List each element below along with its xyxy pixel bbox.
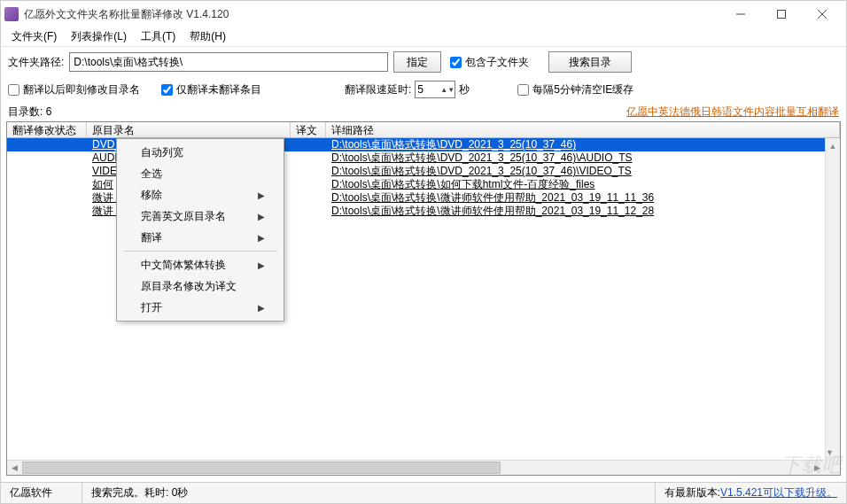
submenu-arrow-icon: ▶ bbox=[258, 233, 265, 243]
menu-item-label: 中文简体繁体转换 bbox=[141, 258, 226, 273]
cell-translation bbox=[291, 191, 326, 205]
menu-item-label: 翻译 bbox=[141, 230, 162, 245]
col-translation[interactable]: 译文 bbox=[291, 122, 326, 137]
only-untranslated-checkbox[interactable] bbox=[161, 84, 173, 96]
cell-status bbox=[7, 151, 87, 165]
scroll-right-icon[interactable]: ▶ bbox=[810, 461, 825, 475]
modify-after-label: 翻译以后即刻修改目录名 bbox=[23, 82, 140, 97]
cell-path: D:\tools\桌面\格式转换\DVD_2021_3_25(10_37_46) bbox=[326, 138, 840, 151]
cell-translation bbox=[291, 151, 326, 165]
menu-item-label: 移除 bbox=[141, 188, 162, 203]
menu-tools[interactable]: 工具(T) bbox=[134, 27, 183, 46]
delay-value: 5 bbox=[417, 83, 424, 96]
status-right: 有最新版本: V1.5.421可以下载升级。 bbox=[655, 483, 846, 503]
context-menu-item[interactable]: 打开▶ bbox=[120, 297, 281, 318]
context-menu-item[interactable]: 完善英文原目录名▶ bbox=[120, 205, 281, 227]
scroll-left-icon[interactable]: ◀ bbox=[7, 461, 22, 475]
cell-status bbox=[7, 178, 87, 191]
context-menu-item[interactable]: 原目录名修改为译文 bbox=[120, 275, 281, 297]
only-untranslated-label: 仅翻译未翻译条目 bbox=[176, 82, 261, 97]
menubar: 文件夹(F) 列表操作(L) 工具(T) 帮助(H) bbox=[1, 27, 846, 47]
modify-after-checkbox[interactable] bbox=[8, 84, 19, 96]
delay-spinner[interactable]: 5 ▲▼ bbox=[415, 81, 455, 98]
minimize-button[interactable] bbox=[720, 1, 761, 27]
dir-count-label: 目录数: bbox=[8, 105, 43, 118]
path-input[interactable] bbox=[69, 52, 388, 72]
menu-item-label: 完善英文原目录名 bbox=[141, 209, 226, 224]
col-status[interactable]: 翻译修改状态 bbox=[7, 122, 87, 137]
menu-item-label: 原目录名修改为译文 bbox=[141, 279, 237, 294]
clear-ie-checkbox[interactable] bbox=[517, 84, 529, 96]
cell-translation bbox=[291, 178, 326, 191]
menu-list[interactable]: 列表操作(L) bbox=[64, 27, 134, 46]
delay-unit: 秒 bbox=[459, 82, 470, 97]
cell-status bbox=[7, 138, 87, 151]
scroll-corner bbox=[825, 460, 840, 475]
dir-count-value: 6 bbox=[46, 105, 52, 118]
vertical-scrollbar[interactable]: ▲ ▼ bbox=[825, 138, 840, 460]
scroll-up-icon[interactable]: ▲ bbox=[826, 138, 840, 153]
cell-path: D:\tools\桌面\格式转换\微讲师软件使用帮助_2021_03_19_11… bbox=[326, 205, 840, 218]
menu-item-label: 全选 bbox=[141, 167, 162, 182]
delay-label: 翻译限速延时: bbox=[345, 82, 411, 97]
statusbar: 亿愿软件 搜索完成。耗时: 0秒 有最新版本: V1.5.421可以下载升级。 bbox=[1, 482, 846, 503]
cell-translation bbox=[291, 138, 326, 151]
include-subfolders-label: 包含子文件夹 bbox=[465, 55, 529, 70]
status-right-prefix: 有最新版本: bbox=[664, 485, 720, 500]
app-icon bbox=[4, 7, 19, 21]
context-menu: 自动列宽全选移除▶完善英文原目录名▶翻译▶中文简体繁体转换▶原目录名修改为译文打… bbox=[116, 138, 284, 322]
submenu-arrow-icon: ▶ bbox=[258, 212, 265, 221]
cell-path: D:\tools\桌面\格式转换\DVD_2021_3_25(10_37_46)… bbox=[326, 151, 840, 165]
context-menu-item[interactable]: 移除▶ bbox=[120, 184, 281, 205]
cell-path: D:\tools\桌面\格式转换\微讲师软件使用帮助_2021_03_19_11… bbox=[326, 191, 840, 205]
cell-path: D:\tools\桌面\格式转换\DVD_2021_3_25(10_37_46)… bbox=[326, 165, 840, 178]
cell-translation bbox=[291, 205, 326, 218]
menu-file[interactable]: 文件夹(F) bbox=[4, 27, 64, 46]
include-subfolders-checkbox[interactable] bbox=[450, 57, 462, 68]
info-bar: 目录数: 6 亿愿中英法德俄日韩语文件内容批量互相翻译 bbox=[1, 102, 846, 121]
cell-status bbox=[7, 165, 87, 178]
options-toolbar: 翻译以后即刻修改目录名 仅翻译未翻译条目 翻译限速延时: 5 ▲▼ 秒 每隔5分… bbox=[1, 77, 846, 102]
window-title: 亿愿外文文件夹名称批量翻译修改 V1.4.120 bbox=[24, 7, 720, 22]
context-menu-item[interactable]: 全选 bbox=[120, 163, 281, 184]
cell-path: D:\tools\桌面\格式转换\如何下载html文件-百度经验_files bbox=[326, 178, 840, 191]
update-link[interactable]: V1.5.421可以下载升级。 bbox=[720, 485, 837, 500]
menu-help[interactable]: 帮助(H) bbox=[183, 27, 233, 46]
cell-status bbox=[7, 205, 87, 218]
submenu-arrow-icon: ▶ bbox=[258, 190, 265, 200]
status-mid: 搜索完成。耗时: 0秒 bbox=[82, 483, 655, 503]
svg-rect-1 bbox=[778, 11, 786, 19]
table-header: 翻译修改状态 原目录名 译文 详细路径 bbox=[7, 122, 840, 138]
maximize-button[interactable] bbox=[761, 1, 802, 27]
submenu-arrow-icon: ▶ bbox=[258, 303, 265, 313]
horizontal-scrollbar[interactable]: ◀ ▶ bbox=[7, 460, 825, 475]
col-path[interactable]: 详细路径 bbox=[326, 122, 840, 137]
cell-status bbox=[7, 191, 87, 205]
set-path-button[interactable]: 指定 bbox=[393, 51, 441, 73]
scroll-down-icon[interactable]: ▼ bbox=[826, 445, 834, 460]
status-left: 亿愿软件 bbox=[1, 483, 82, 503]
cell-translation bbox=[291, 165, 326, 178]
submenu-arrow-icon: ▶ bbox=[258, 260, 265, 270]
close-button[interactable] bbox=[802, 1, 843, 27]
context-menu-item[interactable]: 自动列宽 bbox=[120, 142, 281, 163]
promo-link[interactable]: 亿愿中英法德俄日韩语文件内容批量互相翻译 bbox=[626, 105, 839, 120]
menu-item-label: 打开 bbox=[141, 300, 162, 315]
context-menu-item[interactable]: 翻译▶ bbox=[120, 227, 281, 248]
menu-item-label: 自动列宽 bbox=[141, 145, 183, 160]
context-menu-item[interactable]: 中文简体繁体转换▶ bbox=[120, 254, 281, 275]
titlebar: 亿愿外文文件夹名称批量翻译修改 V1.4.120 bbox=[1, 1, 846, 27]
col-original[interactable]: 原目录名 bbox=[87, 122, 291, 137]
clear-ie-label: 每隔5分钟清空IE缓存 bbox=[532, 82, 633, 97]
path-toolbar: 文件夹路径: 指定 包含子文件夹 搜索目录 bbox=[1, 47, 846, 77]
scroll-thumb[interactable] bbox=[22, 461, 501, 474]
spinner-arrows-icon[interactable]: ▲▼ bbox=[440, 87, 453, 93]
path-label: 文件夹路径: bbox=[8, 55, 64, 70]
search-button[interactable]: 搜索目录 bbox=[548, 51, 632, 73]
